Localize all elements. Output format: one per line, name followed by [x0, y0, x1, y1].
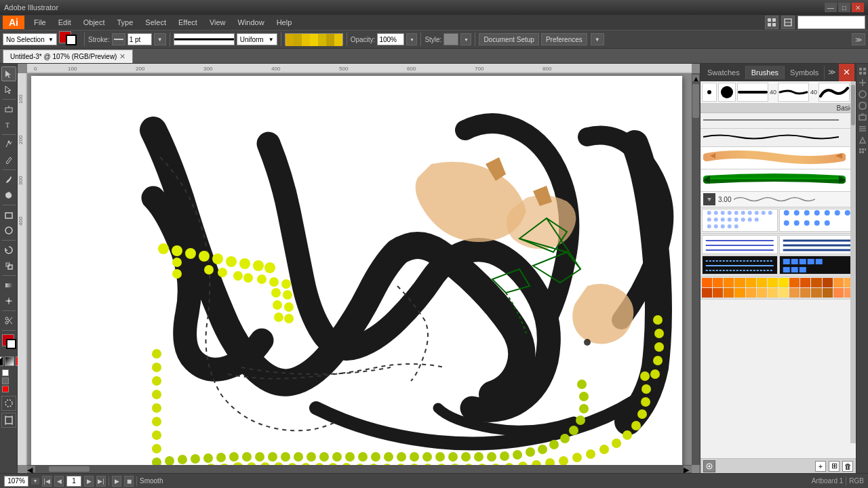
workspace-options[interactable]: ▼	[591, 33, 604, 45]
play-button[interactable]: ▶	[112, 476, 121, 487]
line-pattern-4[interactable]	[779, 256, 855, 274]
transform-tool[interactable]	[1, 102, 16, 117]
panel-icon-2[interactable]	[858, 78, 867, 87]
swatch-18[interactable]	[734, 288, 745, 298]
document-setup-button[interactable]: Document Setup	[479, 33, 539, 45]
pencil-tool[interactable]	[1, 152, 16, 167]
line-pattern-3[interactable]	[702, 256, 778, 274]
swatch-25[interactable]	[811, 288, 821, 298]
swatch-19[interactable]	[746, 288, 756, 298]
ellipse-tool[interactable]	[1, 223, 16, 238]
stroke-icon[interactable]	[112, 33, 125, 45]
opacity-dropdown[interactable]: ▼	[406, 33, 417, 45]
vertical-scrollbar[interactable]: ▲	[692, 73, 700, 465]
dot-brush[interactable]	[702, 83, 717, 102]
minimize-button[interactable]: —	[825, 3, 837, 12]
gradient-color-icon[interactable]	[5, 357, 14, 366]
basic-stroke-1[interactable]	[701, 113, 856, 129]
swatch-6[interactable]	[757, 278, 767, 287]
opacity-input[interactable]	[377, 33, 404, 45]
swatch-12[interactable]	[823, 278, 833, 287]
selection-dropdown[interactable]: No Selection ▼	[3, 33, 57, 45]
swatch-3[interactable]	[724, 278, 734, 287]
line-brush-40[interactable]	[737, 83, 768, 102]
zoom-input[interactable]	[4, 476, 28, 487]
color-palette-bar[interactable]	[285, 33, 343, 45]
vertical-scroll-thumb[interactable]	[692, 84, 699, 118]
direct-select-tool[interactable]	[1, 82, 16, 97]
new-brush-button[interactable]: +	[815, 461, 826, 472]
menu-file[interactable]: File	[28, 17, 52, 28]
rectangle-tool[interactable]	[1, 207, 16, 222]
green-banner-brush[interactable]	[701, 169, 856, 192]
panel-icon-4[interactable]	[858, 101, 867, 110]
page-input[interactable]	[66, 476, 81, 487]
mesh-tool[interactable]	[1, 293, 16, 308]
nav-last[interactable]: ▶|	[96, 476, 106, 487]
panel-scroll-thumb[interactable]	[851, 85, 855, 125]
rotate-tool[interactable]	[1, 243, 16, 258]
search-bar[interactable]	[797, 16, 865, 29]
zoom-dropdown[interactable]: ▼	[31, 478, 39, 485]
round-black-brush[interactable]	[718, 83, 736, 102]
panel-icon-7[interactable]	[858, 136, 867, 145]
dot-pattern-1[interactable]	[702, 209, 778, 232]
paintbrush-tool[interactable]	[1, 172, 16, 187]
swatch-1[interactable]	[702, 278, 712, 287]
swatch-5[interactable]	[746, 278, 756, 287]
swatch-white[interactable]	[2, 369, 9, 376]
scissors-tool[interactable]	[1, 313, 16, 328]
panel-close-button[interactable]: ✕	[839, 64, 854, 81]
menu-effect[interactable]: Effect	[173, 17, 203, 28]
swatch-red[interactable]	[2, 386, 9, 392]
close-button[interactable]: ✕	[852, 3, 864, 12]
swatch-20[interactable]	[757, 288, 767, 298]
swatch-22[interactable]	[778, 288, 789, 298]
dot-pattern-2[interactable]	[779, 209, 855, 232]
swatch-21[interactable]	[768, 288, 778, 298]
menu-edit[interactable]: Edit	[53, 17, 77, 28]
stroke-color-well[interactable]	[6, 339, 16, 349]
menu-object[interactable]: Object	[78, 17, 111, 28]
panel-icon-3[interactable]	[858, 89, 867, 99]
tapered-brush-40[interactable]	[778, 83, 809, 102]
line-pattern-2[interactable]	[779, 235, 855, 254]
menu-type[interactable]: Type	[112, 17, 139, 28]
swatch-9[interactable]	[789, 278, 800, 287]
scale-tool[interactable]	[1, 258, 16, 273]
basic-stroke-2[interactable]	[701, 129, 856, 147]
swatch-2[interactable]	[713, 278, 723, 287]
selection-tool[interactable]	[1, 66, 16, 81]
nav-first[interactable]: |◀	[42, 476, 52, 487]
orange-ribbon-brush[interactable]	[701, 147, 856, 169]
horizontal-scrollbar[interactable]: ◀ ▶	[27, 465, 692, 473]
pen-tool[interactable]	[1, 137, 16, 152]
swatch-24[interactable]	[800, 288, 810, 298]
swatch-13[interactable]	[833, 278, 844, 287]
none-color-icon[interactable]	[0, 357, 3, 366]
swatch-27[interactable]	[833, 288, 844, 298]
swatch-7[interactable]	[768, 278, 778, 287]
duplicate-brush-button[interactable]: ⊞	[829, 461, 840, 472]
artboard-tool[interactable]	[1, 413, 16, 428]
stroke-width-input[interactable]	[127, 33, 152, 45]
calli-brush[interactable]	[818, 83, 850, 102]
style-dropdown[interactable]: ▼	[460, 33, 471, 45]
panel-icon-5[interactable]	[858, 113, 867, 122]
scroll-up-arrow[interactable]: ▲	[692, 75, 699, 81]
nav-prev[interactable]: ◀	[54, 476, 64, 487]
menu-view[interactable]: View	[204, 17, 231, 28]
panel-icon-8[interactable]	[858, 147, 867, 157]
tab-brushes[interactable]: Brushes	[746, 66, 785, 79]
swatch-8[interactable]	[778, 278, 789, 287]
panel-icon-1[interactable]	[858, 66, 867, 76]
swatch-4[interactable]	[734, 278, 745, 287]
brush-lib-icon[interactable]	[703, 460, 715, 472]
swatch-15[interactable]	[702, 288, 712, 298]
delete-brush-button[interactable]: 🗑	[842, 461, 853, 472]
maximize-button[interactable]: □	[838, 3, 850, 12]
panel-icon-6[interactable]	[858, 124, 867, 134]
blob-brush-tool[interactable]	[1, 188, 16, 203]
swatch-26[interactable]	[823, 288, 833, 298]
brush-stroke-preview[interactable]	[174, 33, 235, 45]
